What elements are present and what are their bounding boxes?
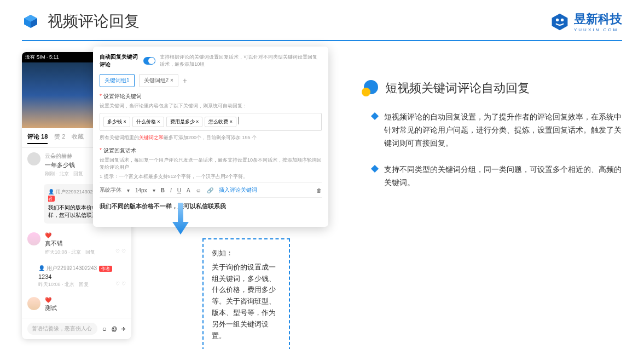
insert-keyword-button[interactable]: 插入评论关键词 <box>219 186 257 194</box>
at-icon[interactable]: @ <box>112 326 117 332</box>
company-logo: 昱新科技 YUUXIN.COM <box>550 11 622 32</box>
keyword-tag[interactable]: 怎么收费 × <box>205 117 236 127</box>
logo-name: 昱新科技 <box>574 11 622 27</box>
emoji-icon[interactable]: ☺ <box>102 326 107 332</box>
comment-item: ❤️ 测试 <box>22 293 131 318</box>
avatar <box>27 297 40 310</box>
editor-toolbar: 系统字体▾ 14px▾ B I U A ☺ 🔗 插入评论关键词 🗑 <box>100 182 322 198</box>
tab-comments[interactable]: 评论 18 <box>27 133 48 144</box>
arrow-down-icon <box>170 203 192 236</box>
header-divider <box>22 40 622 41</box>
keyword-tag[interactable]: 什么价格 × <box>132 117 164 127</box>
font-select[interactable]: 系统字体 <box>100 186 121 194</box>
size-select[interactable]: 14px <box>135 187 147 193</box>
comment-input-bar: 善语结善缘，恶言伤人心 ☺ @ ✈ <box>22 318 131 339</box>
toggle-label: 自动回复关键词评论 <box>100 53 139 68</box>
auto-reply-toggle[interactable] <box>143 57 155 65</box>
add-group-button[interactable]: + <box>183 76 187 85</box>
comment-item: 👤 用户2299214302243作者 1234 昨天10:08 · 北京回复♡… <box>22 260 131 293</box>
bullet-item: 支持不同类型的关键词分组，同一类问题，可设置多个相近的、高频的关键词。 <box>372 163 622 190</box>
page-title: 视频评论回复 <box>48 11 140 32</box>
example-text: 关于询价的设置成一组关键词，多少钱、什么价格，费用多少等。关于咨询班型、版本、型… <box>212 262 281 342</box>
underline-button[interactable]: U <box>177 187 181 193</box>
keyword-label: 设置评论关键词 <box>100 93 322 100</box>
italic-button[interactable]: I <box>170 187 172 193</box>
diamond-icon <box>371 112 379 120</box>
logo-url: YUUXIN.COM <box>574 27 622 32</box>
emoji-button[interactable]: ☺ <box>196 187 201 193</box>
send-icon[interactable]: ✈ <box>121 326 126 332</box>
bullet-item: 短视频评论的自动回复设置，为了提升作者的评论回复效率，在系统中针对常见的评论用户… <box>372 111 622 150</box>
reply-label: 设置回复话术 <box>100 147 322 155</box>
color-button[interactable]: A <box>187 187 190 193</box>
diamond-icon <box>371 165 379 173</box>
keyword-input[interactable]: 多少钱 × 什么价格 × 费用是多少 × 怎么收费 × <box>100 113 322 131</box>
settings-panel: 自动回复关键词评论 支持根据评论的关键词设置回复话术，可以针对不同类型关键词设置… <box>93 47 328 227</box>
comment-item: ❤️ 真不错 昨天10:08 · 北京回复♡ ♡ <box>22 228 131 260</box>
keyword-tag[interactable]: 多少钱 × <box>103 117 130 127</box>
keyword-group-tab-1[interactable]: 关键词组1 <box>100 74 135 87</box>
bold-button[interactable]: B <box>161 187 165 193</box>
tab-likes[interactable]: 赞 2 <box>54 133 65 144</box>
example-title: 例如： <box>212 248 281 259</box>
editor-content[interactable]: 我们不同的版本价格不一样，您可以私信联系我 <box>100 198 322 215</box>
link-button[interactable]: 🔗 <box>207 187 213 193</box>
keyword-tag[interactable]: 费用是多少 × <box>166 117 203 127</box>
logo-icon <box>550 12 570 32</box>
example-box: 例如： 关于询价的设置成一组关键词，多少钱、什么价格，费用多少等。关于咨询班型、… <box>202 238 290 349</box>
svg-point-0 <box>556 18 559 21</box>
delete-button[interactable]: 🗑 <box>316 187 322 193</box>
avatar <box>27 232 40 245</box>
tab-fav[interactable]: 收藏 <box>72 133 84 144</box>
comment-input[interactable]: 善语结善缘，恶言伤人心 <box>27 323 97 335</box>
avatar <box>27 152 40 165</box>
svg-point-1 <box>561 18 564 21</box>
section-title: 短视频关键词评论自动回复 <box>385 80 530 96</box>
svg-point-3 <box>362 88 370 96</box>
keyword-group-tab-2[interactable]: 关键词组2 × <box>139 74 178 87</box>
section-icon <box>361 79 379 97</box>
cube-icon <box>22 13 39 30</box>
